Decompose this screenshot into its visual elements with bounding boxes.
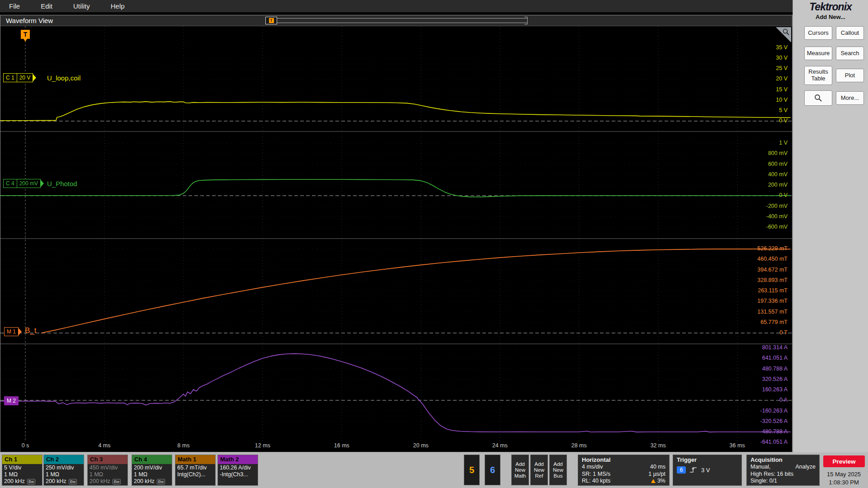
add-ref-line2: New — [534, 467, 544, 473]
ch4-badge-header[interactable]: Ch 4 — [132, 455, 172, 464]
ch1-settings-badge[interactable]: Ch 1 5 V/div 1 MΩ 200 kHzBw — [2, 455, 42, 486]
waveform-view-title: Waveform View T — [0, 15, 792, 26]
oscilloscope-app: File Edit Utility Help Waveform View T T… — [0, 0, 868, 488]
search-button[interactable]: Search — [836, 47, 864, 60]
trigger-position-icon: T — [269, 18, 274, 23]
badge-arrow-icon — [18, 328, 22, 336]
horizontal-pan-scrollbar[interactable]: T — [266, 17, 528, 24]
ch2-settings-badge[interactable]: Ch 2 250 mV/div 1 MΩ 200 kHzBw — [43, 455, 84, 486]
trigger-settings-panel[interactable]: Trigger 6 3 V — [673, 455, 742, 486]
scrollbar-end-bracket[interactable] — [524, 17, 528, 24]
ch2-scale: 250 mV/div — [46, 465, 82, 471]
preview-button[interactable]: Preview — [823, 455, 865, 467]
menu-help[interactable]: Help — [111, 2, 125, 10]
ch3-badge-header[interactable]: Ch 3 — [88, 455, 127, 464]
ch2-badge-header[interactable]: Ch 2 — [44, 455, 84, 464]
trigger-source-badge: 6 — [677, 466, 686, 474]
waveform-view-panel: Waveform View T T C 1 20 V U_loop,coil C… — [0, 15, 793, 452]
bandwidth-limit-icon: Bw — [157, 479, 165, 484]
math2-expression: -Intg(Ch3... — [220, 471, 256, 478]
add-new-bus-button[interactable]: Add New Bus — [549, 455, 567, 485]
compression-icon — [651, 479, 656, 483]
bandwidth-limit-icon: Bw — [113, 479, 121, 484]
date-display: 15 May 2025 — [820, 471, 868, 478]
tektronix-logo: Tektronix — [793, 1, 868, 13]
ch4-bandwidth: 200 kHz — [134, 478, 155, 484]
waveform-plot — [0, 26, 792, 452]
ch1-scale: 5 V/div — [4, 465, 40, 471]
bottom-status-bar: Ch 1 5 V/div 1 MΩ 200 kHzBw Ch 2 250 mV/… — [0, 452, 868, 488]
add-math-line3: Math — [514, 473, 526, 479]
horizontal-title: Horizontal — [582, 456, 665, 464]
acquisition-mode: Manual, — [750, 464, 770, 471]
ch4-scale: 200 mV/div — [134, 465, 170, 471]
badge-arrow-icon — [40, 179, 44, 188]
ch1-waveform-trace — [0, 102, 791, 121]
scrollbar-track[interactable] — [266, 18, 528, 23]
acquisition-settings-panel[interactable]: Acquisition Manual, Analyze High Res: 16… — [746, 455, 820, 486]
trigger-level: 3 V — [701, 467, 710, 474]
sample-resolution: 1 µs/pt — [648, 471, 665, 478]
acquisition-title: Acquisition — [750, 456, 816, 464]
zoom-corner-button[interactable] — [776, 27, 791, 42]
math1-scale: 65.7 mT/div — [177, 465, 213, 471]
math1-settings-badge[interactable]: Math 1 65.7 mT/div Intg(Ch2)... — [175, 455, 216, 486]
ch1-badge-scale: 20 V — [17, 74, 33, 82]
math2-badge-header[interactable]: Math 2 — [218, 455, 258, 464]
magnifier-icon — [782, 28, 790, 36]
math2-waveform-trace — [0, 354, 791, 432]
math2-channel-badge[interactable]: M 2 — [4, 396, 19, 405]
add-math-line1: Add — [515, 461, 524, 467]
add-math-line2: New — [515, 467, 525, 473]
ch1-channel-badge[interactable]: C 1 20 V — [3, 73, 33, 82]
ch3-settings-badge[interactable]: Ch 3 450 mV/div 1 MΩ 200 kHzBw — [87, 455, 128, 486]
add-new-math-button[interactable]: Add New Math — [511, 455, 529, 485]
menu-file[interactable]: File — [9, 2, 20, 10]
math2-scale: 160.26 A/div — [220, 465, 256, 471]
plot-button[interactable]: Plot — [836, 69, 864, 82]
menu-utility[interactable]: Utility — [73, 2, 90, 10]
ch4-settings-badge[interactable]: Ch 4 200 mV/div 1 MΩ 200 kHzBw — [132, 455, 172, 486]
scrollbar-thumb[interactable]: T — [265, 17, 277, 24]
math2-settings-badge[interactable]: Math 2 160.26 A/div -Intg(Ch3... — [217, 455, 258, 486]
cursors-button[interactable]: Cursors — [804, 26, 832, 40]
add-ref-line3: Ref — [535, 473, 543, 479]
add-new-ref-button[interactable]: Add New Ref — [530, 455, 548, 485]
record-length: RL: 40 kpts — [582, 478, 610, 485]
ch1-impedance: 1 MΩ — [4, 471, 40, 478]
trigger-marker-flag[interactable]: T — [21, 30, 30, 39]
magnifier-icon — [814, 94, 823, 103]
trigger-title: Trigger — [677, 456, 738, 464]
add-bus-line3: Bus — [554, 473, 563, 479]
acquisition-count: Single: 0/1 — [750, 478, 777, 485]
results-table-button[interactable]: Results Table — [804, 66, 832, 85]
acquisition-resolution: High Res: 16 bits — [750, 471, 793, 478]
ch1-badge-header[interactable]: Ch 1 — [2, 455, 42, 464]
menu-bar: File Edit Utility Help — [0, 0, 793, 12]
ch3-scale: 450 mV/div — [90, 465, 126, 471]
compression-percent: 3% — [657, 478, 665, 484]
more-button[interactable]: More... — [836, 91, 864, 105]
menu-edit[interactable]: Edit — [41, 2, 52, 10]
panel-splitter-handle[interactable]: ⋮⋮ — [789, 225, 796, 233]
sample-rate: SR: 1 MS/s — [582, 471, 610, 478]
horizontal-window: 40 ms — [650, 464, 665, 471]
math2-badge-label: M 2 — [5, 397, 18, 405]
ch2-bandwidth: 200 kHz — [46, 478, 66, 484]
measure-button[interactable]: Measure — [804, 47, 832, 60]
ch1-bandwidth: 200 kHz — [4, 478, 25, 484]
math1-channel-badge[interactable]: M 1 — [4, 327, 19, 336]
group-6-button[interactable]: 6 — [485, 455, 500, 485]
add-ref-line1: Add — [534, 461, 543, 467]
zoom-mode-button[interactable] — [804, 90, 832, 106]
results-table-line2: Table — [811, 75, 825, 82]
add-bus-line2: New — [553, 467, 563, 473]
callout-button[interactable]: Callout — [836, 26, 864, 40]
math1-badge-header[interactable]: Math 1 — [175, 455, 215, 464]
bandwidth-limit-icon: Bw — [69, 479, 77, 484]
math1-expression: Intg(Ch2)... — [177, 471, 213, 478]
group-5-button[interactable]: 5 — [464, 455, 480, 485]
ch4-channel-badge[interactable]: C 4 200 mV — [3, 179, 41, 188]
horizontal-settings-panel[interactable]: Horizontal 4 ms/div 40 ms SR: 1 MS/s 1 µ… — [578, 455, 670, 486]
ch4-badge-scale: 200 mV — [17, 179, 40, 188]
